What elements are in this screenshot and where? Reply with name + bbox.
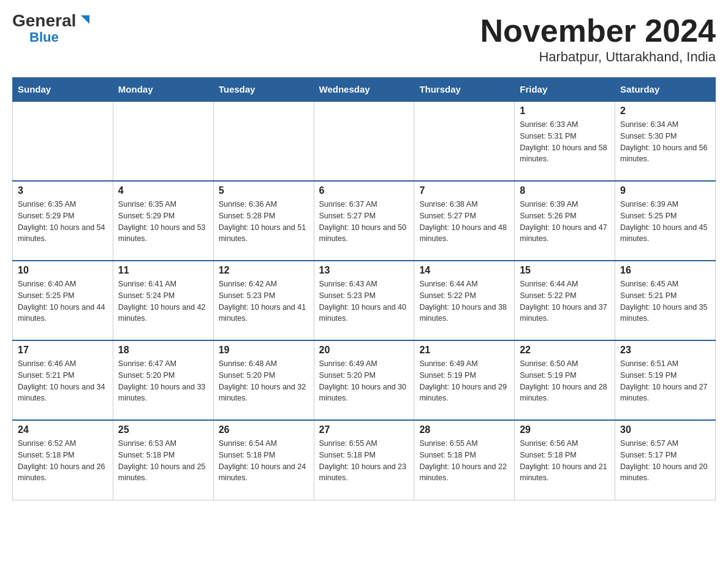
calendar-cell: 27Sunrise: 6:55 AMSunset: 5:18 PMDayligh… [314,420,414,500]
calendar-cell: 17Sunrise: 6:46 AMSunset: 5:21 PMDayligh… [13,340,113,420]
calendar-cell: 15Sunrise: 6:44 AMSunset: 5:22 PMDayligh… [515,261,615,340]
calendar-cell: 26Sunrise: 6:54 AMSunset: 5:18 PMDayligh… [213,420,314,500]
day-info: Sunrise: 6:41 AMSunset: 5:24 PMDaylight:… [118,278,208,324]
day-number: 16 [620,265,710,276]
calendar-cell: 13Sunrise: 6:43 AMSunset: 5:23 PMDayligh… [314,261,414,340]
day-number: 19 [219,345,309,356]
calendar-cell: 1Sunrise: 6:33 AMSunset: 5:31 PMDaylight… [515,101,615,181]
calendar-week-row: 10Sunrise: 6:40 AMSunset: 5:25 PMDayligh… [13,261,716,340]
logo-triangle-icon [77,13,91,26]
calendar-cell: 22Sunrise: 6:50 AMSunset: 5:19 PMDayligh… [515,340,615,420]
calendar-header-row: SundayMondayTuesdayWednesdayThursdayFrid… [13,78,716,102]
day-number: 23 [620,345,710,356]
day-number: 17 [18,345,108,356]
day-info: Sunrise: 6:40 AMSunset: 5:25 PMDaylight:… [18,278,108,324]
day-info: Sunrise: 6:45 AMSunset: 5:21 PMDaylight:… [620,278,710,324]
calendar-cell [13,101,113,181]
day-info: Sunrise: 6:56 AMSunset: 5:18 PMDaylight:… [520,438,610,484]
location-title: Harbatpur, Uttarakhand, India [480,49,716,65]
day-number: 6 [319,185,409,196]
col-header-monday: Monday [113,78,213,102]
day-number: 9 [620,185,710,196]
calendar-week-row: 3Sunrise: 6:35 AMSunset: 5:29 PMDaylight… [13,181,716,261]
calendar-week-row: 1Sunrise: 6:33 AMSunset: 5:31 PMDaylight… [13,101,716,181]
calendar-week-row: 17Sunrise: 6:46 AMSunset: 5:21 PMDayligh… [13,340,716,420]
day-number: 7 [419,185,509,196]
day-info: Sunrise: 6:44 AMSunset: 5:22 PMDaylight:… [520,278,610,324]
calendar-cell [113,101,213,181]
col-header-wednesday: Wednesday [314,78,414,102]
day-number: 22 [520,345,610,356]
day-number: 11 [118,265,208,276]
calendar-cell: 12Sunrise: 6:42 AMSunset: 5:23 PMDayligh… [213,261,314,340]
calendar-cell: 28Sunrise: 6:55 AMSunset: 5:18 PMDayligh… [414,420,515,500]
calendar-cell: 7Sunrise: 6:38 AMSunset: 5:27 PMDaylight… [414,181,515,261]
calendar-cell: 23Sunrise: 6:51 AMSunset: 5:19 PMDayligh… [615,340,716,420]
logo-blue-text: Blue [29,29,59,45]
calendar-cell: 8Sunrise: 6:39 AMSunset: 5:26 PMDaylight… [515,181,615,261]
calendar-cell [213,101,314,181]
col-header-friday: Friday [515,78,615,102]
calendar-week-row: 24Sunrise: 6:52 AMSunset: 5:18 PMDayligh… [13,420,716,500]
title-block: November 2024 Harbatpur, Uttarakhand, In… [480,12,716,65]
day-info: Sunrise: 6:57 AMSunset: 5:17 PMDaylight:… [620,438,710,484]
day-info: Sunrise: 6:35 AMSunset: 5:29 PMDaylight:… [18,199,108,245]
day-number: 4 [118,185,208,196]
day-info: Sunrise: 6:39 AMSunset: 5:25 PMDaylight:… [620,199,710,245]
day-number: 5 [219,185,309,196]
col-header-thursday: Thursday [414,78,515,102]
day-number: 28 [419,424,509,435]
page-header: General Blue November 2024 Harbatpur, Ut… [12,12,716,65]
col-header-saturday: Saturday [615,78,716,102]
calendar-cell: 5Sunrise: 6:36 AMSunset: 5:28 PMDaylight… [213,181,314,261]
day-number: 1 [520,105,610,117]
calendar-cell: 11Sunrise: 6:41 AMSunset: 5:24 PMDayligh… [113,261,213,340]
month-title: November 2024 [480,12,716,49]
day-number: 21 [419,345,509,356]
day-info: Sunrise: 6:55 AMSunset: 5:18 PMDaylight:… [419,438,509,484]
calendar-cell: 10Sunrise: 6:40 AMSunset: 5:25 PMDayligh… [13,261,113,340]
day-info: Sunrise: 6:34 AMSunset: 5:30 PMDaylight:… [620,119,710,165]
day-info: Sunrise: 6:47 AMSunset: 5:20 PMDaylight:… [118,358,208,404]
day-info: Sunrise: 6:52 AMSunset: 5:18 PMDaylight:… [18,438,108,484]
calendar-cell [414,101,515,181]
day-info: Sunrise: 6:38 AMSunset: 5:27 PMDaylight:… [419,199,509,245]
calendar-cell: 20Sunrise: 6:49 AMSunset: 5:20 PMDayligh… [314,340,414,420]
calendar-cell: 18Sunrise: 6:47 AMSunset: 5:20 PMDayligh… [113,340,213,420]
svg-marker-0 [81,15,89,24]
day-info: Sunrise: 6:54 AMSunset: 5:18 PMDaylight:… [219,438,309,484]
calendar-cell: 21Sunrise: 6:49 AMSunset: 5:19 PMDayligh… [414,340,515,420]
calendar-cell: 14Sunrise: 6:44 AMSunset: 5:22 PMDayligh… [414,261,515,340]
logo-general-text: General [12,12,76,29]
day-number: 10 [18,265,108,276]
calendar-cell: 3Sunrise: 6:35 AMSunset: 5:29 PMDaylight… [13,181,113,261]
day-number: 3 [18,185,108,196]
day-number: 27 [319,424,409,435]
day-info: Sunrise: 6:36 AMSunset: 5:28 PMDaylight:… [219,199,309,245]
day-info: Sunrise: 6:43 AMSunset: 5:23 PMDaylight:… [319,278,409,324]
calendar-cell: 6Sunrise: 6:37 AMSunset: 5:27 PMDaylight… [314,181,414,261]
day-number: 15 [520,265,610,276]
calendar-cell: 9Sunrise: 6:39 AMSunset: 5:25 PMDaylight… [615,181,716,261]
calendar-cell [314,101,414,181]
calendar-cell: 29Sunrise: 6:56 AMSunset: 5:18 PMDayligh… [515,420,615,500]
day-info: Sunrise: 6:49 AMSunset: 5:20 PMDaylight:… [319,358,409,404]
calendar-cell: 2Sunrise: 6:34 AMSunset: 5:30 PMDaylight… [615,101,716,181]
calendar-cell: 4Sunrise: 6:35 AMSunset: 5:29 PMDaylight… [113,181,213,261]
calendar-cell: 19Sunrise: 6:48 AMSunset: 5:20 PMDayligh… [213,340,314,420]
day-number: 20 [319,345,409,356]
day-info: Sunrise: 6:53 AMSunset: 5:18 PMDaylight:… [118,438,208,484]
day-number: 2 [620,105,710,117]
day-number: 13 [319,265,409,276]
calendar-cell: 16Sunrise: 6:45 AMSunset: 5:21 PMDayligh… [615,261,716,340]
day-info: Sunrise: 6:46 AMSunset: 5:21 PMDaylight:… [18,358,108,404]
day-info: Sunrise: 6:50 AMSunset: 5:19 PMDaylight:… [520,358,610,404]
calendar-cell: 24Sunrise: 6:52 AMSunset: 5:18 PMDayligh… [13,420,113,500]
day-number: 18 [118,345,208,356]
calendar-cell: 30Sunrise: 6:57 AMSunset: 5:17 PMDayligh… [615,420,716,500]
day-info: Sunrise: 6:49 AMSunset: 5:19 PMDaylight:… [419,358,509,404]
day-info: Sunrise: 6:37 AMSunset: 5:27 PMDaylight:… [319,199,409,245]
day-info: Sunrise: 6:44 AMSunset: 5:22 PMDaylight:… [419,278,509,324]
day-info: Sunrise: 6:51 AMSunset: 5:19 PMDaylight:… [620,358,710,404]
day-number: 12 [219,265,309,276]
